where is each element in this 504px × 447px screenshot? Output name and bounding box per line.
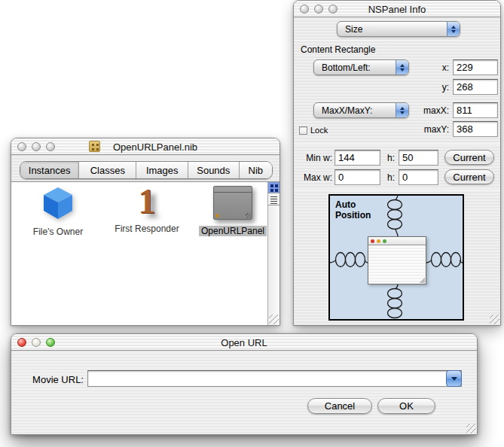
window-title: OpenURLPanel.nib <box>11 141 279 153</box>
minimize-dot-icon <box>377 239 380 243</box>
window-title: NSPanel Info <box>294 4 500 15</box>
max-w-field[interactable] <box>334 169 380 185</box>
list-icon <box>270 196 277 204</box>
instance-label: OpenURLPanel <box>199 226 267 236</box>
tab-images[interactable]: Images <box>136 162 188 178</box>
zoom-dot-icon <box>383 239 386 243</box>
instances-view: File's Owner 1 First Responder OpenURLPa… <box>11 181 279 325</box>
content-rectangle-label: Content Rectangle <box>301 44 375 55</box>
max-popup-value: MaxX/MaxY: <box>322 105 372 116</box>
origin-popup[interactable]: Bottom/Left: <box>313 59 409 75</box>
close-dot-icon <box>371 239 374 243</box>
tab-instances[interactable]: Instances <box>20 162 79 178</box>
instance-label: File's Owner <box>31 227 85 237</box>
min-w-field[interactable] <box>334 150 380 166</box>
divider <box>294 40 500 41</box>
open-url-titlebar[interactable]: Open URL <box>11 334 477 351</box>
nib-resize-grip[interactable] <box>269 315 279 324</box>
lock-checkbox[interactable]: Lock <box>299 126 328 135</box>
x-label: x: <box>426 62 449 73</box>
tab-nib[interactable]: Nib <box>240 162 272 178</box>
open-url-resize-grip[interactable] <box>466 424 476 433</box>
movie-url-input[interactable] <box>90 372 444 385</box>
tab-strip: Instances Classes Images Sounds Nib <box>11 155 279 181</box>
min-h-field[interactable] <box>399 150 438 166</box>
cube-icon <box>42 187 74 220</box>
divider <box>294 144 500 144</box>
checkbox-icon <box>299 126 307 135</box>
maxx-field[interactable] <box>453 102 498 118</box>
y-field[interactable] <box>453 79 498 95</box>
auto-position-window-preview[interactable] <box>368 236 426 284</box>
divider <box>294 190 500 190</box>
max-current-button[interactable]: Current <box>444 169 494 184</box>
preview-titlebar <box>368 237 426 245</box>
chevron-down-icon <box>451 377 457 381</box>
scrollbar-rail[interactable] <box>267 182 279 325</box>
bottom-spring-icon[interactable] <box>386 284 405 319</box>
window-title: Open URL <box>11 337 477 348</box>
inspector-mode-popup-value: Size <box>345 24 362 35</box>
movie-url-combobox[interactable] <box>87 370 462 387</box>
max-h-field[interactable] <box>399 169 438 185</box>
nib-window: OpenURLPanel.nib Instances Classes Image… <box>11 138 280 326</box>
open-url-window: Open URL Movie URL: Cancel OK <box>11 333 478 435</box>
preview-resize-grip-icon <box>419 277 425 283</box>
movie-url-label: Movie URL: <box>23 374 84 385</box>
instance-openurlpanel[interactable]: OpenURLPanel <box>195 186 270 237</box>
cancel-button[interactable]: Cancel <box>307 398 372 414</box>
min-w-label: Min w: <box>297 153 332 163</box>
grid-icon <box>270 184 273 187</box>
popup-arrows-icon <box>396 60 408 74</box>
max-w-label: Max w: <box>297 172 332 183</box>
ok-button[interactable]: OK <box>377 398 435 414</box>
first-responder-icon: 1 <box>102 185 192 218</box>
max-popup[interactable]: MaxX/MaxY: <box>313 102 409 118</box>
max-h-label: h: <box>383 172 395 183</box>
auto-position-box[interactable]: Auto Position <box>328 194 464 321</box>
tab-sounds[interactable]: Sounds <box>188 162 240 178</box>
min-h-label: h: <box>383 153 395 163</box>
tab-classes[interactable]: Classes <box>79 162 136 178</box>
maxy-field[interactable] <box>453 121 498 137</box>
maxy-label: maxY: <box>407 124 449 135</box>
lock-label: Lock <box>310 126 328 135</box>
auto-position-label: Auto Position <box>335 200 379 221</box>
combo-dropdown-button[interactable] <box>446 370 462 387</box>
inspector-resize-grip[interactable] <box>490 315 499 324</box>
instance-label: First Responder <box>112 224 181 234</box>
instance-files-owner[interactable]: File's Owner <box>19 187 97 238</box>
maxx-label: maxX: <box>407 105 449 116</box>
tab-bar: Instances Classes Images Sounds Nib <box>20 161 273 179</box>
list-view-button[interactable] <box>268 194 279 205</box>
popup-arrows-icon <box>447 22 460 36</box>
desktop: NSPanel Info Size Content Rectangle Bott… <box>0 0 504 447</box>
x-field[interactable] <box>453 59 498 75</box>
inspector-window: NSPanel Info Size Content Rectangle Bott… <box>293 0 501 326</box>
min-current-button[interactable]: Current <box>444 150 494 165</box>
inspector-titlebar[interactable]: NSPanel Info <box>294 1 500 17</box>
icon-view-button[interactable] <box>268 182 279 193</box>
nib-titlebar[interactable]: OpenURLPanel.nib <box>11 138 279 155</box>
origin-popup-value: Bottom/Left: <box>322 62 371 73</box>
instance-first-responder[interactable]: 1 First Responder <box>102 185 192 235</box>
inspector-mode-popup[interactable]: Size <box>337 21 460 37</box>
right-spring-icon[interactable] <box>426 251 463 270</box>
y-label: y: <box>426 82 449 93</box>
left-spring-icon[interactable] <box>330 251 368 270</box>
top-spring-icon[interactable] <box>386 194 405 236</box>
panel-icon <box>213 186 252 220</box>
